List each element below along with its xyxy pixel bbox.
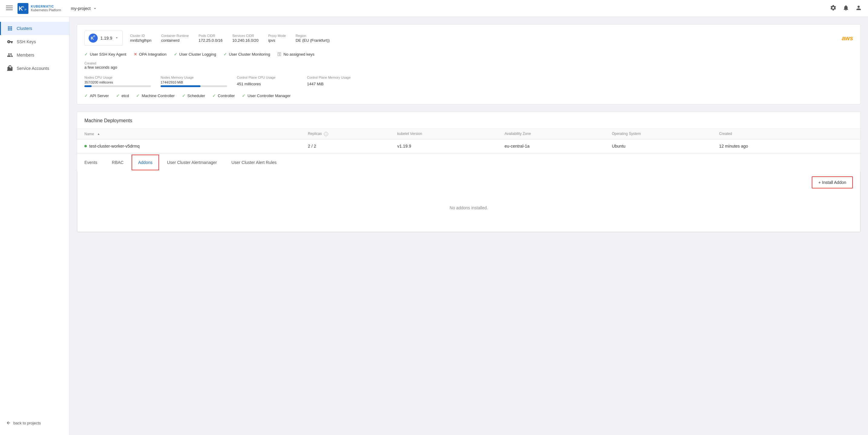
- service-controller-label: Controller: [218, 93, 235, 98]
- service-etcd: ✓ etcd: [116, 93, 129, 98]
- service-api-server: ✓ API Server: [84, 93, 109, 98]
- install-addon-button[interactable]: + Install Addon: [812, 176, 853, 188]
- sidebar-item-members[interactable]: Members: [0, 49, 69, 62]
- check-icon-mc: ✓: [136, 93, 140, 98]
- status-opa-label: OPA Integration: [139, 52, 167, 57]
- pods-cidr-item: Pods CIDR 172.25.0.0/16: [198, 34, 223, 43]
- sidebar-item-ssh-keys[interactable]: SSH Keys: [0, 35, 69, 49]
- cluster-meta: Cluster ID mn8zhglhpn Container Runtime …: [130, 34, 330, 43]
- service-ucm-label: User Controller Manager: [247, 93, 290, 98]
- check-icon-ssh: ✓: [84, 52, 88, 57]
- sidebar: Clusters SSH Keys Members Service Accoun…: [0, 17, 69, 435]
- back-to-projects[interactable]: back to projects: [6, 421, 63, 425]
- services-cidr-value: 10.240.16.0/20: [232, 38, 258, 43]
- row-az: eu-central-1a: [504, 144, 612, 149]
- nodes-cpu-value: 357/3200 millicores: [84, 81, 151, 84]
- status-keys: ⚿ No assigned keys: [277, 52, 314, 57]
- region-item: Region DE (EU (Frankfurt)): [296, 34, 330, 43]
- control-plane-cpu: Control Plane CPU Usage 451 millicores: [237, 75, 297, 86]
- nodes-memory-usage: Nodes Memory Usage 1744/2910 MiB: [161, 75, 227, 87]
- check-icon-monitoring: ✓: [223, 52, 227, 57]
- service-api-label: API Server: [90, 93, 109, 98]
- row-replicas: 2 / 2: [308, 144, 397, 149]
- service-scheduler-label: Scheduler: [187, 93, 205, 98]
- sidebar-item-service-accounts[interactable]: Service Accounts: [0, 62, 69, 75]
- container-runtime-item: Container Runtime containerd: [161, 34, 189, 43]
- status-row: ✓ User SSH Key Agent ✕ OPA Integration ✓…: [84, 52, 853, 57]
- tab-addons[interactable]: Addons: [131, 155, 159, 170]
- svg-rect-0: [6, 6, 13, 6]
- settings-icon[interactable]: [830, 4, 837, 12]
- service-scheduler: ✓ Scheduler: [182, 93, 205, 98]
- cloud-badge: aws: [842, 35, 853, 42]
- sidebar-members-label: Members: [17, 53, 34, 58]
- nodes-memory-value: 1744/2910 MiB: [161, 81, 227, 84]
- row-name: test-cluster-worker-v5drmq: [84, 144, 308, 149]
- status-opa: ✕ OPA Integration: [134, 52, 167, 57]
- col-header-created: Created: [719, 132, 853, 136]
- brand-sub: Kubernetes Platform: [31, 8, 61, 12]
- status-monitoring-label: User Cluster Monitoring: [229, 52, 270, 57]
- container-runtime-label: Container Runtime: [161, 34, 189, 37]
- cluster-header-row: K ⚙ 1.19.9 Cluster ID mn8zhglhpn Contain…: [84, 31, 853, 46]
- cluster-id-value: mn8zhglhpn: [130, 38, 152, 43]
- version-selector[interactable]: K ⚙ 1.19.9: [84, 31, 123, 46]
- service-mc-label: Machine Controller: [142, 93, 175, 98]
- project-selector[interactable]: my-project: [71, 6, 97, 11]
- tab-rbac[interactable]: RBAC: [105, 155, 130, 170]
- region-label: Region: [296, 34, 330, 37]
- tab-alertmanager[interactable]: User Cluster Alertmanager: [160, 155, 223, 170]
- tab-alert-rules[interactable]: User Cluster Alert Rules: [225, 155, 283, 170]
- svg-rect-2: [6, 10, 13, 10]
- brand-name: KUBERMATIC: [31, 5, 61, 8]
- section-title: Machine Deployments: [84, 118, 853, 123]
- created-value: a few seconds ago: [84, 65, 853, 69]
- col-header-az: Availability Zone: [504, 132, 612, 136]
- nodes-cpu-label: Nodes CPU Usage: [84, 75, 151, 79]
- cp-memory-value: 1447 MiB: [307, 82, 368, 86]
- table-row[interactable]: test-cluster-worker-v5drmq 2 / 2 v1.19.9…: [77, 139, 861, 153]
- cp-cpu-value: 451 millicores: [237, 82, 297, 86]
- control-plane-memory: Control Plane Memory Usage 1447 MiB: [307, 75, 368, 86]
- check-icon-logging: ✓: [174, 52, 178, 57]
- services-row: ✓ API Server ✓ etcd ✓ Machine Controller…: [84, 93, 853, 98]
- sidebar-item-clusters[interactable]: Clusters: [0, 22, 69, 35]
- x-icon-opa: ✕: [134, 52, 137, 57]
- user-icon[interactable]: [855, 4, 862, 12]
- addons-toolbar: + Install Addon: [78, 172, 860, 193]
- check-icon-api: ✓: [84, 93, 88, 98]
- back-to-projects-label: back to projects: [13, 421, 41, 425]
- sidebar-clusters-label: Clusters: [17, 26, 32, 31]
- status-monitoring: ✓ User Cluster Monitoring: [223, 52, 270, 57]
- col-header-os: Operating System: [612, 132, 719, 136]
- container-runtime-value: containerd: [161, 38, 189, 43]
- replicas-info-icon[interactable]: i: [324, 132, 328, 136]
- notifications-icon[interactable]: [843, 4, 849, 12]
- services-cidr-item: Services CIDR 10.240.16.0/20: [232, 34, 258, 43]
- proxy-mode-value: ipvs: [268, 38, 286, 43]
- region-value: DE (EU (Frankfurt)): [296, 38, 330, 43]
- cp-memory-label: Control Plane Memory Usage: [307, 75, 368, 79]
- services-cidr-label: Services CIDR: [232, 34, 258, 37]
- svg-rect-1: [6, 7, 13, 8]
- version-chevron-icon[interactable]: [115, 36, 119, 41]
- check-icon-controller: ✓: [212, 93, 216, 98]
- tabs-bar: Events RBAC Addons User Cluster Alertman…: [77, 153, 861, 172]
- service-machine-controller: ✓ Machine Controller: [136, 93, 175, 98]
- sort-arrow-icon: ▲: [97, 132, 100, 135]
- status-logging: ✓ User Cluster Logging: [174, 52, 216, 57]
- logo-icon: K K P: [18, 3, 28, 14]
- machine-deployments-card: Machine Deployments Name ▲ Replicas i ku…: [77, 112, 861, 232]
- nodes-cpu-bar-bg: [84, 85, 151, 87]
- install-addon-label: + Install Addon: [818, 180, 846, 185]
- version-number: 1.19.9: [100, 36, 112, 40]
- status-ssh-label: User SSH Key Agent: [90, 52, 126, 57]
- service-etcd-label: etcd: [122, 93, 129, 98]
- proxy-mode-label: Proxy Mode: [268, 34, 286, 37]
- col-header-name[interactable]: Name ▲: [84, 132, 308, 136]
- tab-events[interactable]: Events: [78, 155, 104, 170]
- project-name: my-project: [71, 6, 90, 11]
- hamburger-menu[interactable]: [6, 4, 13, 12]
- nodes-cpu-usage: Nodes CPU Usage 357/3200 millicores: [84, 75, 151, 87]
- service-user-controller: ✓ User Controller Manager: [242, 93, 290, 98]
